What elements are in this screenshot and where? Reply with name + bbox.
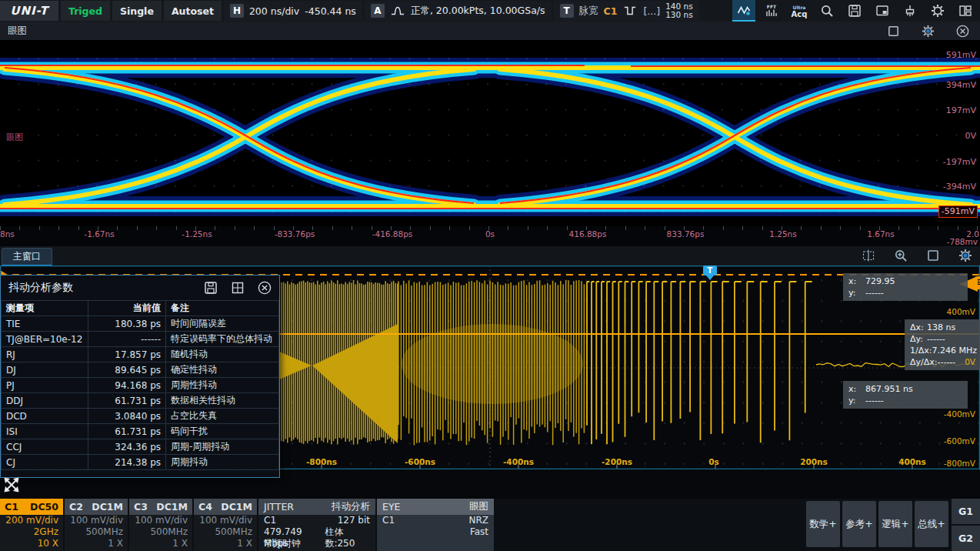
channel-block-c1[interactable]: C1DC50 200 mV/div 2GHz 10 X [0, 499, 63, 551]
cell-note: 数据相关性抖动 [166, 393, 279, 409]
channel-name: C4 [198, 501, 212, 513]
col-item: 测量项 [2, 301, 88, 316]
cell-value: 214.38 ps [88, 455, 166, 470]
cell-item: DCD [2, 409, 88, 424]
screenshot-button[interactable] [871, 1, 894, 21]
jitter-panel-header: 抖动分析参数 [1, 276, 279, 300]
eye-plot-label: 眼图 [6, 132, 23, 143]
brand-logo: UNI-T [0, 1, 58, 21]
eye-vlabel: 591mV [946, 51, 976, 60]
channel-bandwidth: 500MHz [129, 526, 192, 538]
channel-block-c4[interactable]: C4DC1M 100 mV/div 500MHz 1 X [194, 499, 257, 551]
search-button[interactable] [815, 1, 838, 21]
function-name: EYE [382, 501, 400, 513]
col-note: 备注 [166, 301, 279, 316]
group-g2-tab[interactable]: G2 [952, 526, 980, 551]
main-vlabel: -400mV [944, 409, 975, 419]
restore-window-icon[interactable] [887, 25, 900, 38]
channel-scale: 100 mV/div [65, 515, 128, 526]
slope-value: ------ [937, 357, 955, 367]
oscilloscope-screen: UNI-T Triged Single Autoset H 200 ns/div… [0, 0, 980, 551]
table-row: ISI61.731 ps码间干扰 [2, 424, 279, 439]
add-math-button[interactable]: 数学+ [806, 501, 840, 547]
channel-name: C2 [69, 501, 83, 513]
eye-diagram-plot[interactable]: 眼图 591mV 394mV 197mV 0V -197mV -394mV -5… [0, 40, 980, 226]
window-icon[interactable] [926, 249, 940, 262]
trigger-status-button[interactable]: Triged [61, 1, 110, 21]
channel-block-c3[interactable]: C3DC1M 100 mV/div 500MHz 1 X [129, 499, 192, 551]
table-row: DJ89.645 ps确定性抖动 [2, 362, 279, 378]
eye-vlabel-selected[interactable]: -591mV [938, 205, 978, 218]
autoset-button[interactable]: Autoset [164, 1, 222, 21]
cell-note: 特定误码率下的总体抖动 [166, 332, 279, 347]
channel-coupling: DC50 [30, 501, 58, 513]
cell-item: CJ [2, 455, 88, 470]
trigger-position-flag[interactable]: T [703, 265, 717, 276]
channel-probe: 10 X [0, 538, 63, 549]
horizontal-settings[interactable]: H 200 ns/div -450.44 ns [224, 1, 362, 21]
cursor2-x-label: x: [848, 383, 865, 395]
table-view-icon[interactable] [231, 281, 245, 295]
cell-note: 码间干扰 [166, 424, 279, 439]
layout-button[interactable] [954, 1, 977, 21]
single-button[interactable]: Single [112, 1, 162, 21]
clear-button[interactable] [898, 1, 922, 21]
jitter-function-block[interactable]: JITTER抖动分析 C1127 bit 479.749 Mbps柱体数:250… [258, 499, 375, 551]
cursor1-readout[interactable]: x:729.95 y:------ [843, 273, 968, 301]
eye-window-titlebar: 眼图 [0, 22, 980, 40]
channel-probe: 1 X [129, 538, 192, 549]
table-row: TIE180.38 ps时间间隔误差 [2, 316, 279, 332]
trigger-type: 脉宽 [579, 5, 598, 18]
t-badge: T [560, 4, 574, 18]
select-region-icon[interactable] [862, 249, 875, 262]
eye-tlabel: -1.25ns [182, 229, 212, 239]
inverse-delta-x-label: 1/Δx: [910, 345, 932, 356]
main-vlabel: -800mV [944, 459, 975, 468]
zoom-in-icon[interactable] [894, 249, 908, 262]
group-g1-tab[interactable]: G1 [952, 499, 980, 524]
add-logic-button[interactable]: 逻辑+ [878, 501, 912, 547]
delta-x-value: 138 ns [927, 322, 955, 332]
top-toolbar: UNI-T Triged Single Autoset H 200 ns/div… [0, 0, 980, 22]
measure-tool-button[interactable] [732, 0, 755, 22]
h-badge: H [230, 4, 244, 18]
cursor2-y-value: ------ [865, 396, 884, 406]
channel-probe: 1 X [194, 538, 257, 549]
cell-note: 占空比失真 [166, 409, 279, 424]
add-reference-button[interactable]: 参考+ [842, 501, 876, 547]
channel-coupling: DC1M [92, 501, 123, 513]
ultra-acquire-button[interactable]: Ultra Acq [788, 1, 811, 21]
close-panel-icon[interactable] [258, 281, 272, 295]
jitter-bins: 柱体数:250 [325, 526, 370, 538]
save-results-icon[interactable] [204, 281, 218, 295]
search-icon [820, 4, 834, 18]
trigger-settings[interactable]: T 脉宽 C1 [...] 140 ns 130 ns [554, 1, 699, 21]
main-tlabel: -600ns [405, 457, 435, 466]
free-cursor-icon[interactable] [3, 476, 20, 493]
jitter-analysis-panel[interactable]: 抖动分析参数 测量项 当前值 备注 TIE180.38 ps时间间隔误差 TJ@… [0, 275, 280, 478]
add-function-buttons: 数学+ 参考+ 逻辑+ 总线+ [806, 499, 950, 551]
trigger-source: C1 [604, 5, 618, 17]
jitter-source: C1 [264, 515, 276, 526]
measure-icon [737, 3, 751, 17]
channel-status-bar: C1DC50 200 mV/div 2GHz 10 X C2DC1M 100 m… [0, 499, 980, 551]
cursor2-readout[interactable]: x:867.951 ns y:------ [843, 381, 968, 409]
close-eye-window-icon[interactable] [956, 25, 969, 38]
eye-function-block[interactable]: EYE眼图 C1NRZ Fast [377, 499, 494, 551]
add-bus-button[interactable]: 总线+ [915, 501, 948, 547]
tab-main-window[interactable]: 主窗口 [2, 248, 52, 266]
acquisition-settings[interactable]: A 正常, 20.00kPts, 10.00GSa/s [365, 1, 552, 21]
fft-button[interactable] [760, 1, 783, 21]
jitter-clock-mode: 常频时钟 [264, 538, 301, 549]
cell-note: 周期-周期抖动 [166, 439, 279, 455]
main-vlabel: 400mV [947, 307, 975, 316]
display-settings-gear-icon[interactable] [958, 249, 972, 262]
jitter-panel-title: 抖动分析参数 [8, 281, 73, 295]
eye-settings-gear-icon[interactable] [922, 25, 935, 38]
main-waveform-window[interactable]: T E x:729.95 y:------ Δx:138 ns Δy:-----… [0, 265, 980, 499]
channel-block-c2[interactable]: C2DC1M 100 mV/div 500MHz 1 X [65, 499, 128, 551]
save-button[interactable] [843, 1, 866, 21]
cell-item: PJ [2, 378, 88, 393]
eye-window-controls [887, 25, 969, 38]
settings-button[interactable] [926, 1, 949, 21]
